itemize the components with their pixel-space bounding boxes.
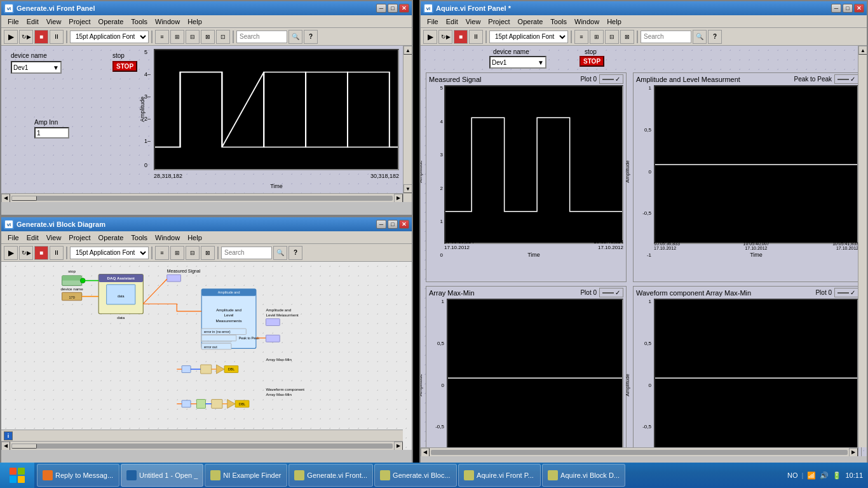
menu-view[interactable]: View bbox=[43, 17, 65, 27]
order-icon[interactable]: ⊡ bbox=[216, 30, 230, 44]
aq-run-cont-icon[interactable]: ↻▶ bbox=[438, 30, 452, 44]
aq-icon4[interactable]: ⊠ bbox=[620, 30, 634, 44]
menu-tools[interactable]: Tools bbox=[127, 17, 151, 27]
bd-minimize-btn[interactable]: ─ bbox=[376, 220, 386, 229]
taskbar-item-reply[interactable]: Reply to Messag... bbox=[37, 464, 119, 487]
bd-icon2[interactable]: ⊞ bbox=[170, 246, 184, 260]
aq-menu-window[interactable]: Window bbox=[571, 17, 603, 27]
chart4-plot-badge[interactable]: ✓ bbox=[834, 288, 858, 297]
bd-menu-project[interactable]: Project bbox=[65, 233, 94, 243]
scroll-up-btn[interactable]: ▲ bbox=[403, 46, 412, 55]
maximize-button[interactable]: □ bbox=[388, 4, 398, 13]
bd-search-btn[interactable]: 🔍 bbox=[273, 246, 287, 260]
scroll-thumb-h[interactable] bbox=[11, 196, 37, 201]
scroll-down-btn[interactable]: ▼ bbox=[403, 184, 412, 193]
aq-device-dropdown[interactable]: Dev1 ▼ bbox=[489, 56, 546, 69]
scroll-right-btn[interactable]: ▶ bbox=[394, 194, 403, 203]
font-selector[interactable]: 15pt Application Font bbox=[70, 30, 149, 43]
aq-stop-button[interactable]: STOP bbox=[580, 56, 604, 67]
run-arrow-icon[interactable]: ▶ bbox=[4, 30, 18, 44]
close-button[interactable]: ✕ bbox=[399, 4, 409, 13]
bd-abort-icon[interactable]: ■ bbox=[34, 246, 48, 260]
pause-icon[interactable]: ⏸ bbox=[50, 30, 64, 44]
bd-menu-window[interactable]: Window bbox=[151, 233, 184, 243]
bd-run-cont-icon[interactable]: ↻▶ bbox=[19, 246, 33, 260]
bd-scroll-left[interactable]: ◀ bbox=[1, 442, 10, 451]
aq-menu-project[interactable]: Project bbox=[484, 17, 513, 27]
bd-scroll-right[interactable]: ▶ bbox=[394, 442, 403, 451]
bd-menu-operate[interactable]: Operate bbox=[95, 233, 128, 243]
bd-menu-view[interactable]: View bbox=[43, 233, 65, 243]
bd-close-btn[interactable]: ✕ bbox=[399, 220, 409, 229]
clock[interactable]: 10:11 bbox=[845, 471, 863, 479]
aq-menu-tools[interactable]: Tools bbox=[546, 17, 571, 27]
aq-icon1[interactable]: ≡ bbox=[574, 30, 588, 44]
aq-search-btn[interactable]: 🔍 bbox=[693, 30, 707, 44]
aq-menu-help[interactable]: Help bbox=[603, 17, 625, 27]
bd-menu-tools[interactable]: Tools bbox=[127, 233, 151, 243]
bd-font-selector[interactable]: 15pt Application Font bbox=[70, 247, 149, 259]
scrollbar-v-left[interactable]: ▲ ▼ bbox=[403, 46, 412, 202]
abort-icon[interactable]: ■ bbox=[34, 30, 48, 44]
aq-scroll-left[interactable]: ◀ bbox=[421, 448, 430, 457]
help-icon[interactable]: ? bbox=[304, 30, 318, 44]
distribute-icon[interactable]: ⊟ bbox=[186, 30, 200, 44]
minimize-button[interactable]: ─ bbox=[376, 4, 386, 13]
aq-minimize-btn[interactable]: ─ bbox=[831, 4, 841, 13]
aq-run-icon[interactable]: ▶ bbox=[423, 30, 437, 44]
taskbar-item-generate-front[interactable]: Generate.vi Front... bbox=[288, 464, 373, 487]
bd-help-icon[interactable]: ? bbox=[288, 246, 302, 260]
stop-button-generate[interactable]: STOP bbox=[112, 61, 137, 72]
run-continuously-icon[interactable]: ↻▶ bbox=[19, 30, 33, 44]
device-dropdown[interactable]: Dev1 ▼ bbox=[11, 61, 62, 74]
menu-operate[interactable]: Operate bbox=[95, 17, 128, 27]
aq-maximize-btn[interactable]: □ bbox=[843, 4, 853, 13]
taskbar-item-generate-block[interactable]: Generate.vi Bloc... bbox=[374, 464, 457, 487]
menu-edit[interactable]: Edit bbox=[23, 17, 43, 27]
menu-window[interactable]: Window bbox=[151, 17, 184, 27]
scroll-left-btn[interactable]: ◀ bbox=[1, 194, 10, 203]
aq-menu-operate[interactable]: Operate bbox=[514, 17, 547, 27]
aq-abort-icon[interactable]: ■ bbox=[454, 30, 468, 44]
amp-inn-control[interactable]: 1 bbox=[34, 127, 69, 139]
search-input-left[interactable] bbox=[236, 30, 287, 43]
aq-icon3[interactable]: ⊟ bbox=[605, 30, 619, 44]
taskbar-item-aquire-front[interactable]: Aquire.vi Front P... bbox=[458, 464, 541, 487]
bd-menu-edit[interactable]: Edit bbox=[23, 233, 43, 243]
search-button-left[interactable]: 🔍 bbox=[288, 30, 302, 44]
align-icon[interactable]: ⊞ bbox=[170, 30, 184, 44]
aq-icon2[interactable]: ⊞ bbox=[590, 30, 604, 44]
bd-menu-file[interactable]: File bbox=[4, 233, 23, 243]
bd-menu-help[interactable]: Help bbox=[184, 233, 206, 243]
aq-menu-file[interactable]: File bbox=[423, 17, 442, 27]
menu-project[interactable]: Project bbox=[65, 17, 94, 27]
bd-icon3[interactable]: ⊟ bbox=[186, 246, 200, 260]
bd-run-icon[interactable]: ▶ bbox=[4, 246, 18, 260]
menu-help[interactable]: Help bbox=[184, 17, 206, 27]
chart2-plot-badge[interactable]: ✓ bbox=[834, 74, 858, 84]
taskbar-item-ni-example[interactable]: NI Example Finder bbox=[205, 464, 287, 487]
menu-file[interactable]: File bbox=[4, 17, 23, 27]
arrange-icon[interactable]: ≡ bbox=[155, 30, 169, 44]
aq-font-selector[interactable]: 15pt Application Font bbox=[489, 30, 568, 43]
aq-pause-icon[interactable]: ⏸ bbox=[469, 30, 483, 44]
resize-icon[interactable]: ⊠ bbox=[201, 30, 215, 44]
aq-scroll-up[interactable]: ▲ bbox=[858, 46, 867, 55]
aq-menu-view[interactable]: View bbox=[462, 17, 485, 27]
bd-maximize-btn[interactable]: □ bbox=[388, 220, 398, 229]
taskbar-item-untitled[interactable]: Untitled 1 - Open _ bbox=[121, 464, 203, 487]
bd-search-input[interactable] bbox=[221, 247, 272, 259]
aq-close-btn[interactable]: ✕ bbox=[854, 4, 864, 13]
bd-scroll-thumb[interactable] bbox=[11, 444, 37, 449]
chart1-plot-badge[interactable]: ✓ bbox=[599, 74, 623, 84]
aq-scrollbar-h[interactable]: ◀ ▶ bbox=[421, 447, 858, 456]
bd-icon4[interactable]: ⊠ bbox=[201, 246, 215, 260]
aq-scrollbar-v[interactable]: ▲ bbox=[858, 46, 867, 447]
aq-help-icon[interactable]: ? bbox=[708, 30, 722, 44]
aq-search-input[interactable] bbox=[641, 30, 691, 43]
start-button[interactable] bbox=[0, 463, 34, 488]
bd-icon1[interactable]: ≡ bbox=[155, 246, 169, 260]
bd-pause-icon[interactable]: ⏸ bbox=[50, 246, 64, 260]
scrollbar-h-left[interactable]: ◀ ▶ bbox=[1, 193, 403, 202]
bd-scrollbar-h[interactable]: ◀ ▶ bbox=[1, 441, 403, 450]
